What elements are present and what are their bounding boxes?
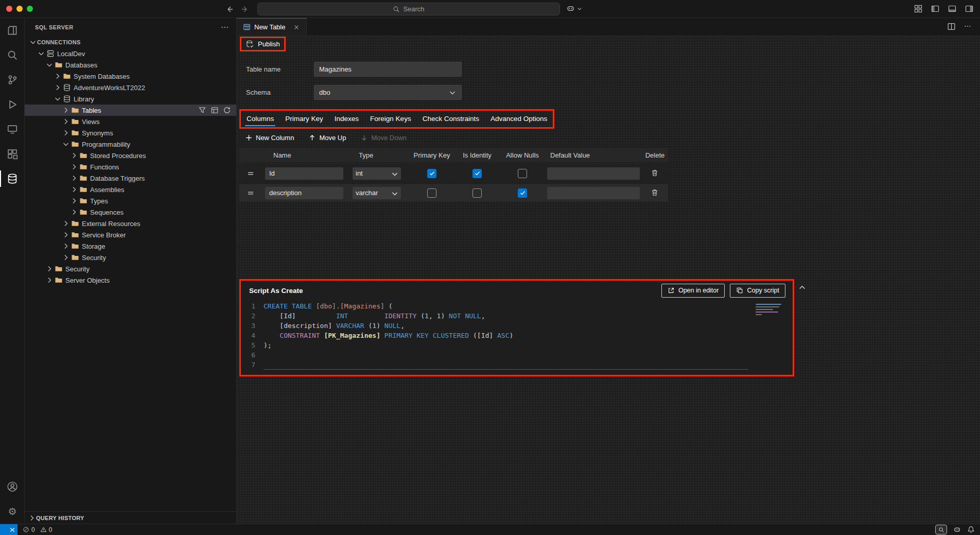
tree-item-programmability[interactable]: Programmability: [25, 139, 236, 150]
copy-script-button[interactable]: Copy script: [730, 284, 785, 298]
toggle-secondary-sidebar-icon[interactable]: [965, 4, 974, 13]
table-icon[interactable]: [211, 106, 219, 114]
column-type-select[interactable]: varchar: [353, 187, 401, 199]
explorer-icon[interactable]: [0, 18, 25, 43]
chevron-down-icon[interactable]: [62, 140, 70, 148]
chevron-right-icon[interactable]: [45, 276, 54, 284]
toggle-panel-icon[interactable]: [948, 4, 957, 13]
tree-item-database-triggers[interactable]: Database Triggers: [25, 172, 236, 184]
settings-gear-icon[interactable]: ⚙: [0, 499, 25, 524]
designer-tab-columns[interactable]: Columns: [241, 111, 279, 127]
tree-item-localdev[interactable]: LocalDev: [25, 48, 236, 59]
tree-item-functions[interactable]: Functions: [25, 161, 236, 172]
primary-key-checkbox[interactable]: [427, 169, 436, 178]
tree-item-service-broker[interactable]: Service Broker: [25, 229, 236, 240]
trash-icon[interactable]: [651, 188, 659, 197]
copilot-menu-button[interactable]: [566, 4, 583, 13]
drag-handle-icon[interactable]: [247, 169, 255, 178]
publish-button[interactable]: Publish: [246, 40, 280, 48]
copilot-status-icon[interactable]: [953, 526, 961, 533]
search-input[interactable]: Search: [257, 3, 560, 15]
chevron-down-icon[interactable]: [29, 38, 37, 46]
tree-item-stored-procedures[interactable]: Stored Procedures: [25, 150, 236, 161]
close-tab-icon[interactable]: [293, 24, 300, 31]
forward-arrow-icon[interactable]: [240, 5, 250, 14]
tree-item-connections[interactable]: CONNECTIONS: [25, 37, 236, 48]
column-name-input[interactable]: [265, 167, 343, 180]
remote-explorer-icon[interactable]: [0, 117, 25, 142]
open-in-editor-button[interactable]: Open in editor: [661, 284, 725, 298]
chevron-right-icon[interactable]: [70, 174, 78, 182]
tree-item-types[interactable]: Types: [25, 195, 236, 206]
tree-item-storage[interactable]: Storage: [25, 240, 236, 252]
more-editor-actions-icon[interactable]: ⋯: [964, 22, 973, 31]
chevron-right-icon[interactable]: [54, 72, 62, 80]
tree-item-views[interactable]: Views: [25, 116, 236, 127]
allow-nulls-checkbox[interactable]: [518, 169, 527, 178]
chevron-right-icon[interactable]: [45, 265, 54, 273]
move-down-button[interactable]: Move Down: [360, 134, 407, 142]
maximize-window-button[interactable]: [27, 6, 33, 12]
chevron-right-icon[interactable]: [62, 106, 70, 114]
chevron-right-icon[interactable]: [70, 208, 78, 216]
extensions-icon[interactable]: [0, 142, 25, 166]
account-icon[interactable]: [0, 474, 25, 499]
designer-tab-foreign-keys[interactable]: Foreign Keys: [364, 111, 417, 127]
default-value-input[interactable]: [547, 167, 640, 180]
chevron-right-icon[interactable]: [62, 129, 70, 137]
chevron-right-icon[interactable]: [62, 242, 70, 250]
designer-tab-indexes[interactable]: Indexes: [329, 111, 364, 127]
chevron-right-icon[interactable]: [70, 163, 78, 171]
tab-new-table[interactable]: New Table: [237, 18, 307, 36]
toggle-sidebar-icon[interactable]: [931, 4, 940, 13]
run-debug-icon[interactable]: [0, 92, 25, 117]
customize-layout-icon[interactable]: [914, 4, 923, 13]
chevron-down-icon[interactable]: [37, 49, 45, 58]
column-type-select[interactable]: int: [353, 167, 401, 180]
trash-icon[interactable]: [651, 169, 659, 178]
source-control-icon[interactable]: [0, 67, 25, 92]
split-editor-icon[interactable]: [947, 22, 956, 31]
more-actions-icon[interactable]: ⋯: [221, 23, 229, 32]
close-window-button[interactable]: [6, 6, 12, 12]
tree-item-assemblies[interactable]: Assemblies: [25, 184, 236, 195]
chevron-right-icon[interactable]: [62, 231, 70, 239]
tree-item-security[interactable]: Security: [25, 263, 236, 274]
primary-key-checkbox[interactable]: [427, 188, 436, 198]
chevron-right-icon[interactable]: [70, 151, 78, 160]
query-history-section[interactable]: QUERY HISTORY: [25, 511, 236, 524]
expand-script-chevron-up-icon[interactable]: [798, 283, 807, 292]
chevron-right-icon[interactable]: [62, 253, 70, 262]
notifications-bell-icon[interactable]: [967, 526, 975, 533]
designer-tab-primary-key[interactable]: Primary Key: [279, 111, 329, 127]
refresh-icon[interactable]: [223, 106, 231, 114]
script-editor[interactable]: 1CREATE TABLE [dbo].[Magazines] (2 [Id] …: [241, 300, 793, 375]
tree-item-security[interactable]: Security: [25, 252, 236, 263]
drag-handle-icon[interactable]: [247, 189, 255, 197]
search-activity-icon[interactable]: [0, 43, 25, 67]
tree-item-sequences[interactable]: Sequences: [25, 206, 236, 218]
chevron-right-icon[interactable]: [62, 219, 70, 228]
move-up-button[interactable]: Move Up: [308, 134, 346, 142]
zoom-indicator[interactable]: [935, 525, 947, 534]
chevron-right-icon[interactable]: [70, 197, 78, 205]
tree-item-adventureworkslt2022[interactable]: AdventureWorksLT2022: [25, 82, 236, 93]
chevron-down-icon[interactable]: [45, 61, 54, 69]
table-name-input[interactable]: [314, 62, 462, 77]
sql-server-activity-icon[interactable]: [0, 166, 25, 191]
chevron-right-icon[interactable]: [70, 185, 78, 194]
tree-item-synonyms[interactable]: Synonyms: [25, 127, 236, 139]
is-identity-checkbox[interactable]: [472, 169, 482, 178]
remote-indicator[interactable]: [0, 524, 18, 535]
minimize-window-button[interactable]: [16, 6, 23, 12]
tree-item-databases[interactable]: Databases: [25, 59, 236, 71]
tree-item-library[interactable]: Library: [25, 93, 236, 105]
chevron-right-icon[interactable]: [62, 117, 70, 126]
tree-item-system-databases[interactable]: System Databases: [25, 71, 236, 82]
back-arrow-icon[interactable]: [225, 5, 234, 14]
new-column-button[interactable]: New Column: [245, 134, 294, 142]
designer-tab-check-constraints[interactable]: Check Constraints: [417, 111, 485, 127]
designer-tab-advanced-options[interactable]: Advanced Options: [485, 111, 553, 127]
chevron-right-icon[interactable]: [54, 83, 62, 92]
default-value-input[interactable]: [547, 187, 640, 199]
